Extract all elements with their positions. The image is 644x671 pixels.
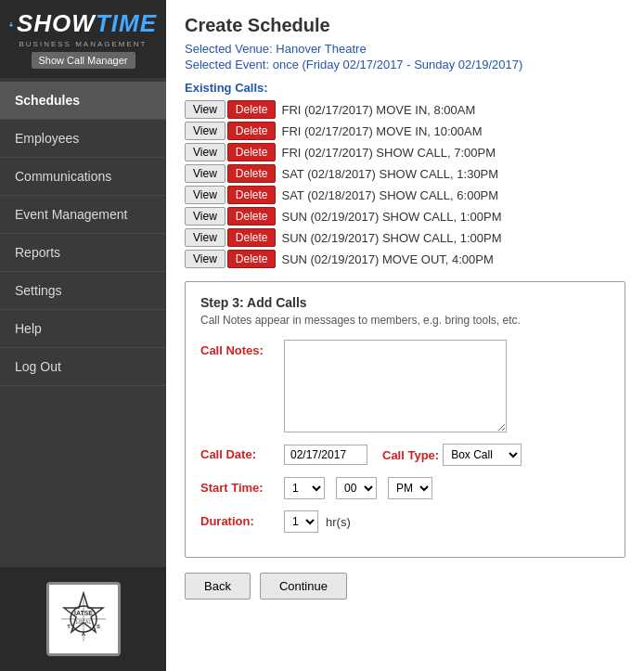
- back-button[interactable]: Back: [185, 573, 251, 600]
- call-date-label: Call Date:: [200, 444, 284, 461]
- person-icon: [9, 10, 13, 38]
- view-button[interactable]: View: [185, 143, 225, 161]
- call-row: View Delete SUN (02/19/2017) SHOW CALL, …: [185, 207, 625, 226]
- iatse-logo: IATSE LOCAL T S A: [54, 589, 113, 649]
- start-time-area: 123456789101112 00153045 AMPM: [284, 477, 432, 499]
- logo-subtitle: BUSINESS MANAGEMENT: [9, 40, 157, 48]
- sidebar-item-communications[interactable]: Communications: [0, 158, 166, 196]
- sidebar-item-log-out[interactable]: Log Out: [0, 348, 166, 386]
- view-button[interactable]: View: [185, 228, 225, 247]
- call-text: FRI (02/17/2017) MOVE IN, 8:00AM: [281, 103, 475, 117]
- start-hour-select[interactable]: 123456789101112: [284, 477, 325, 499]
- call-row: View Delete FRI (02/17/2017) MOVE IN, 8:…: [185, 100, 625, 119]
- call-row: View Delete SUN (02/19/2017) SHOW CALL, …: [185, 228, 625, 247]
- duration-select[interactable]: 12345678: [284, 510, 318, 533]
- start-time-label: Start Time:: [200, 477, 284, 495]
- call-date-input[interactable]: [284, 445, 367, 465]
- delete-button[interactable]: Delete: [227, 122, 277, 140]
- duration-unit: hr(s): [326, 515, 351, 529]
- sidebar-badge: IATSE LOCAL T S A: [0, 567, 166, 671]
- continue-button[interactable]: Continue: [260, 573, 347, 600]
- delete-button[interactable]: Delete: [227, 250, 277, 268]
- footer-buttons: Back Continue: [185, 573, 625, 600]
- existing-calls-label: Existing Calls:: [185, 81, 625, 95]
- call-row: View Delete SAT (02/18/2017) SHOW CALL, …: [185, 164, 625, 183]
- sidebar: SHOWTIME BUSINESS MANAGEMENT Show Call M…: [0, 0, 166, 671]
- step3-box: Step 3: Add Calls Call Notes appear in m…: [185, 281, 625, 558]
- sidebar-nav: Schedules Employees Communications Event…: [0, 82, 166, 386]
- selected-venue: Selected Venue: Hanover Theatre: [185, 42, 625, 56]
- sidebar-item-schedules[interactable]: Schedules: [0, 82, 166, 120]
- main-content: Create Schedule Selected Venue: Hanover …: [166, 0, 644, 671]
- call-rows-container: View Delete FRI (02/17/2017) MOVE IN, 8:…: [185, 100, 625, 268]
- sidebar-item-help[interactable]: Help: [0, 310, 166, 348]
- svg-text:A: A: [81, 631, 85, 637]
- sidebar-logo: SHOWTIME BUSINESS MANAGEMENT Show Call M…: [0, 0, 166, 78]
- call-notes-label: Call Notes:: [200, 340, 284, 357]
- call-text: FRI (02/17/2017) SHOW CALL, 7:00PM: [281, 146, 495, 160]
- view-button[interactable]: View: [185, 122, 225, 140]
- iatse-badge: IATSE LOCAL T S A: [46, 582, 121, 656]
- call-notes-area: [284, 340, 507, 432]
- call-row: View Delete FRI (02/17/2017) MOVE IN, 10…: [185, 122, 625, 140]
- call-type-select[interactable]: Box CallShow CallMove InMove Out: [443, 444, 522, 466]
- view-button[interactable]: View: [185, 186, 225, 204]
- logo-text: SHOWTIME: [17, 9, 157, 38]
- call-notes-row: Call Notes:: [200, 340, 610, 432]
- duration-row: Duration: 12345678 hr(s): [200, 510, 610, 533]
- duration-area: 12345678 hr(s): [284, 510, 351, 533]
- call-text: SAT (02/18/2017) SHOW CALL, 6:00PM: [281, 188, 498, 202]
- sidebar-item-event-management[interactable]: Event Management: [0, 196, 166, 234]
- delete-button[interactable]: Delete: [227, 164, 277, 183]
- call-text: SAT (02/18/2017) SHOW CALL, 1:30PM: [281, 167, 498, 181]
- call-date-area: Call Type: Box CallShow CallMove InMove …: [284, 444, 522, 466]
- call-date-row: Call Date: Call Type: Box CallShow CallM…: [200, 444, 610, 466]
- sidebar-item-reports[interactable]: Reports: [0, 234, 166, 272]
- selected-event: Selected Event: once (Friday 02/17/2017 …: [185, 58, 625, 71]
- page-title: Create Schedule: [185, 15, 625, 36]
- call-row: View Delete SAT (02/18/2017) SHOW CALL, …: [185, 186, 625, 204]
- call-text: SUN (02/19/2017) SHOW CALL, 1:00PM: [281, 231, 501, 245]
- call-text: FRI (02/17/2017) MOVE IN, 10:00AM: [281, 124, 482, 138]
- step3-description: Call Notes appear in messages to members…: [200, 314, 610, 327]
- show-call-label: Show Call Manager: [32, 52, 135, 69]
- svg-text:T: T: [67, 624, 71, 629]
- view-button[interactable]: View: [185, 207, 225, 226]
- delete-button[interactable]: Delete: [227, 143, 277, 161]
- view-button[interactable]: View: [185, 250, 225, 268]
- start-time-row: Start Time: 123456789101112 00153045 AMP…: [200, 477, 610, 499]
- call-type-label: Call Type:: [382, 448, 439, 462]
- start-ampm-select[interactable]: AMPM: [388, 477, 432, 499]
- delete-button[interactable]: Delete: [227, 100, 277, 119]
- call-text: SUN (02/19/2017) SHOW CALL, 1:00PM: [281, 210, 501, 224]
- svg-text:S: S: [96, 624, 99, 629]
- view-button[interactable]: View: [185, 164, 225, 183]
- svg-point-0: [10, 21, 12, 23]
- call-row: View Delete FRI (02/17/2017) SHOW CALL, …: [185, 143, 625, 161]
- view-button[interactable]: View: [185, 100, 225, 119]
- delete-button[interactable]: Delete: [227, 186, 277, 204]
- delete-button[interactable]: Delete: [227, 228, 277, 247]
- sidebar-item-employees[interactable]: Employees: [0, 120, 166, 158]
- call-text: SUN (02/19/2017) MOVE OUT, 4:00PM: [281, 252, 493, 266]
- duration-label: Duration:: [200, 510, 284, 528]
- call-row: View Delete SUN (02/19/2017) MOVE OUT, 4…: [185, 250, 625, 268]
- start-min-select[interactable]: 00153045: [336, 477, 377, 499]
- step3-title: Step 3: Add Calls: [200, 295, 610, 310]
- delete-button[interactable]: Delete: [227, 207, 277, 226]
- svg-point-1: [9, 23, 12, 26]
- sidebar-item-settings[interactable]: Settings: [0, 272, 166, 310]
- call-notes-input[interactable]: [284, 340, 507, 432]
